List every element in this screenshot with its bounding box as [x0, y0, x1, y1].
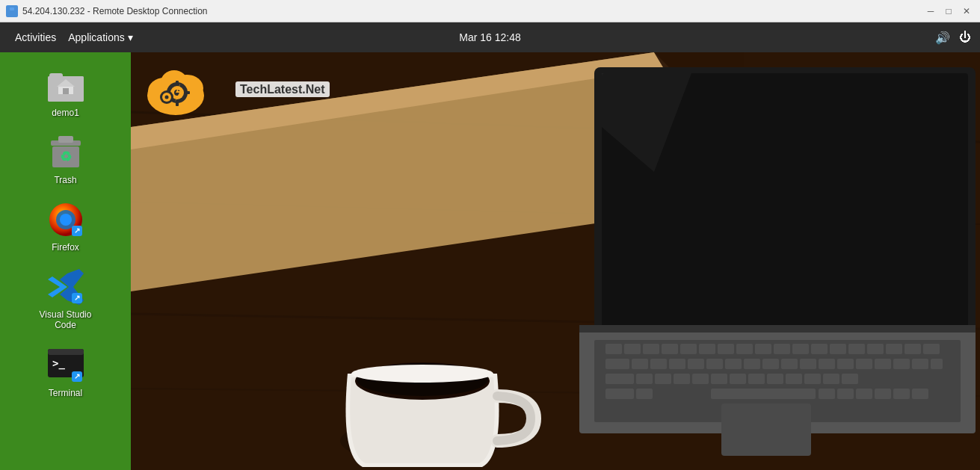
- svg-rect-93: [893, 389, 910, 399]
- svg-rect-67: [837, 359, 854, 369]
- svg-rect-50: [848, 344, 865, 354]
- svg-rect-94: [912, 389, 928, 399]
- svg-rect-71: [912, 359, 928, 369]
- title-bar-controls: ─ □ ✕: [923, 4, 974, 19]
- svg-rect-51: [867, 344, 884, 354]
- title-bar-text: 54.204.130.232 - Remote Desktop Connecti…: [22, 6, 208, 16]
- power-icon[interactable]: ⏻: [959, 31, 971, 44]
- svg-rect-95: [721, 403, 811, 456]
- applications-arrow-icon: ▾: [128, 31, 133, 43]
- svg-rect-58: [669, 359, 685, 369]
- vscode-label: Visual Studio Code: [34, 309, 97, 331]
- svg-rect-57: [650, 359, 667, 369]
- maximize-button[interactable]: □: [941, 4, 956, 19]
- svg-rect-64: [781, 359, 798, 369]
- svg-rect-87: [636, 389, 653, 399]
- svg-text:↗: ↗: [74, 294, 80, 302]
- svg-text:↗: ↗: [74, 372, 80, 380]
- minimize-button[interactable]: ─: [923, 4, 938, 19]
- svg-rect-86: [605, 389, 634, 399]
- svg-rect-80: [748, 374, 765, 384]
- firefox-icon: ↗: [46, 200, 85, 239]
- svg-rect-74: [636, 374, 653, 384]
- svg-rect-43: [718, 344, 734, 354]
- dock-item-terminal[interactable]: >_ ↗ Terminal: [28, 341, 103, 403]
- svg-rect-45: [755, 344, 771, 354]
- dock-item-demo1[interactable]: demo1: [28, 61, 103, 123]
- svg-rect-62: [744, 359, 760, 369]
- applications-menu[interactable]: Applications ▾: [62, 28, 139, 46]
- svg-rect-77: [692, 374, 709, 384]
- svg-rect-82: [786, 374, 802, 384]
- svg-rect-1: [10, 7, 14, 10]
- svg-rect-39: [643, 344, 659, 354]
- svg-rect-40: [662, 344, 678, 354]
- svg-rect-68: [856, 359, 872, 369]
- svg-rect-111: [186, 91, 190, 94]
- dock-item-vscode[interactable]: ↗ Visual Studio Code: [28, 263, 103, 336]
- svg-rect-65: [800, 359, 816, 369]
- svg-rect-76: [674, 374, 690, 384]
- svg-rect-37: [605, 344, 622, 354]
- logo-text-container: TechLatest.Net: [235, 83, 330, 96]
- svg-rect-54: [923, 344, 940, 354]
- svg-rect-109: [176, 102, 179, 106]
- title-bar: 54.204.130.232 - Remote Desktop Connecti…: [0, 0, 980, 22]
- svg-rect-70: [893, 359, 910, 369]
- svg-text:>_: >_: [52, 357, 65, 370]
- logo-svg: [138, 60, 243, 120]
- trash-icon: ♻: [46, 133, 85, 172]
- svg-rect-52: [886, 344, 902, 354]
- terminal-icon: >_ ↗: [46, 346, 85, 385]
- svg-rect-38: [624, 344, 641, 354]
- techlatest-logo: TechLatest.Net: [138, 60, 330, 120]
- wallpaper: TechLatest.Net: [131, 52, 980, 470]
- svg-rect-83: [804, 374, 821, 384]
- trash-label: Trash: [54, 175, 76, 185]
- title-bar-icon: [6, 5, 18, 17]
- svg-rect-63: [762, 359, 779, 369]
- svg-text:♻: ♻: [60, 149, 72, 164]
- svg-rect-78: [711, 374, 727, 384]
- svg-point-114: [165, 96, 169, 99]
- svg-rect-56: [632, 359, 648, 369]
- svg-rect-75: [655, 374, 671, 384]
- svg-rect-4: [49, 73, 63, 79]
- close-button[interactable]: ✕: [959, 4, 974, 19]
- svg-rect-84: [823, 374, 839, 384]
- svg-rect-44: [736, 344, 753, 354]
- svg-rect-91: [856, 389, 872, 399]
- svg-rect-47: [792, 344, 809, 354]
- svg-rect-9: [58, 136, 73, 143]
- svg-rect-46: [774, 344, 790, 354]
- svg-rect-7: [63, 88, 69, 94]
- gnome-topbar: Activities Applications ▾ Mar 16 12:48 🔊…: [0, 22, 980, 52]
- desktop: demo1 ♻ Trash: [0, 52, 980, 470]
- activities-button[interactable]: Activities: [9, 28, 62, 46]
- logo-text: TechLatest.Net: [235, 81, 330, 97]
- svg-rect-41: [680, 344, 697, 354]
- svg-rect-66: [819, 359, 835, 369]
- svg-rect-53: [905, 344, 921, 354]
- svg-point-100: [351, 365, 493, 383]
- svg-rect-89: [819, 389, 835, 399]
- svg-rect-85: [842, 374, 858, 384]
- terminal-label: Terminal: [49, 388, 82, 398]
- home-folder-icon: [46, 66, 85, 105]
- svg-rect-49: [830, 344, 846, 354]
- volume-icon[interactable]: 🔊: [935, 31, 950, 45]
- dock-item-trash[interactable]: ♻ Trash: [28, 129, 103, 190]
- svg-rect-55: [605, 359, 629, 369]
- svg-rect-108: [176, 81, 179, 84]
- clock: Mar 16 12:48: [459, 31, 521, 43]
- svg-rect-88: [711, 389, 816, 399]
- svg-rect-73: [605, 374, 634, 384]
- vscode-icon: ↗: [46, 268, 85, 306]
- svg-rect-90: [837, 389, 854, 399]
- dock: demo1 ♻ Trash: [0, 52, 131, 470]
- svg-rect-92: [875, 389, 891, 399]
- svg-text:↗: ↗: [74, 226, 80, 235]
- firefox-label: Firefox: [52, 242, 79, 253]
- dock-item-firefox[interactable]: ↗ Firefox: [28, 196, 103, 257]
- svg-rect-20: [48, 349, 84, 355]
